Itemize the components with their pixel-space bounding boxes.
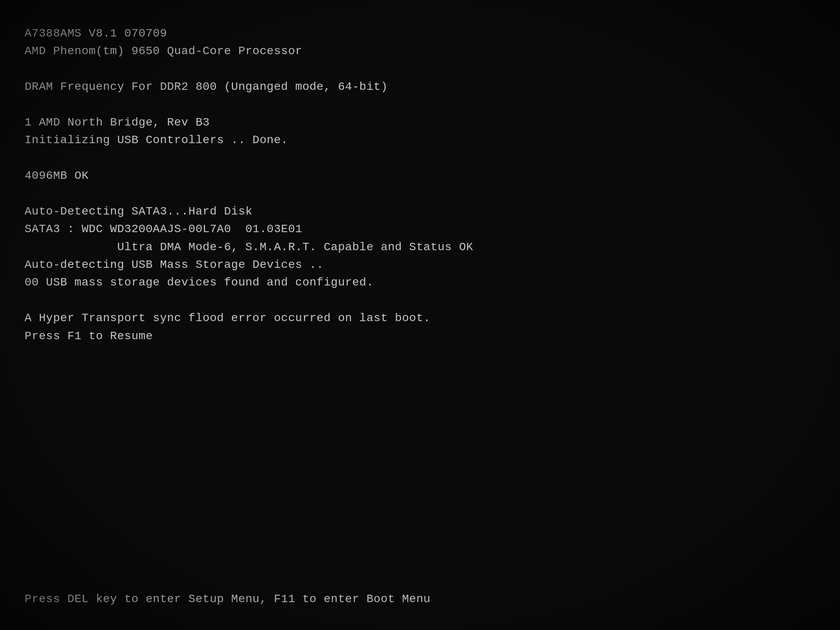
bios-line-0: A7388AMS V8.1 070709 — [25, 25, 815, 42]
bios-line-1: AMD Phenom(tm) 9650 Quad-Core Processor — [25, 42, 815, 60]
bios-line-17: Press F1 to Resume — [25, 327, 815, 345]
bios-line-16: A Hyper Transport sync flood error occur… — [25, 309, 815, 327]
bios-line-13: Auto-detecting USB Mass Storage Devices … — [25, 256, 815, 274]
bios-line-6: Initializing USB Controllers .. Done. — [25, 131, 815, 149]
bios-line-9 — [25, 185, 815, 203]
bios-line-8: 4096MB OK — [25, 167, 815, 185]
bios-line-4 — [25, 96, 815, 114]
bios-line-5: 1 AMD North Bridge, Rev B3 — [25, 114, 815, 131]
bios-line-2 — [25, 60, 815, 78]
bios-line-10: Auto-Detecting SATA3...Hard Disk — [25, 203, 815, 220]
bios-line-14: 00 USB mass storage devices found and co… — [25, 274, 815, 291]
bios-line-11: SATA3 : WDC WD3200AAJS-00L7A0 01.03E01 — [25, 220, 815, 238]
bios-line-12: Ultra DMA Mode-6, S.M.A.R.T. Capable and… — [25, 238, 815, 256]
bios-output: A7388AMS V8.1 070709AMD Phenom(tm) 9650 … — [25, 25, 815, 605]
bios-screen: A7388AMS V8.1 070709AMD Phenom(tm) 9650 … — [0, 0, 840, 630]
bios-line-15 — [25, 292, 815, 309]
bios-line-3: DRAM Frequency For DDR2 800 (Unganged mo… — [25, 78, 815, 96]
bottom-instructions: Press DEL key to enter Setup Menu, F11 t… — [25, 593, 815, 605]
bios-line-7 — [25, 149, 815, 167]
